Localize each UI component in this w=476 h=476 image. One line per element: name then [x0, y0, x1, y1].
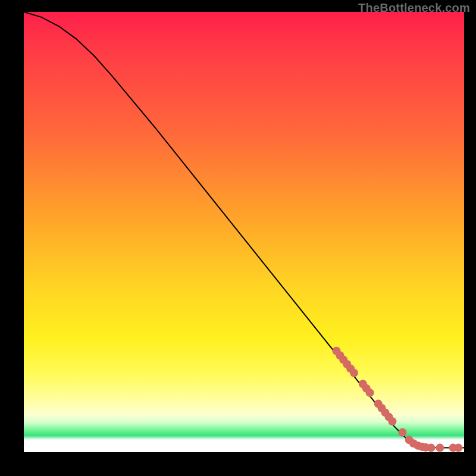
scatter-points [332, 347, 462, 452]
plot-area [24, 12, 464, 452]
chart-svg [24, 12, 464, 452]
data-point [350, 369, 358, 377]
data-point [398, 428, 406, 437]
data-point [388, 417, 396, 425]
data-point [427, 444, 436, 452]
chart-stage: TheBottleneck.com [0, 0, 476, 476]
data-point [436, 444, 444, 452]
data-point [454, 444, 462, 452]
main-curve [24, 12, 464, 448]
data-point [366, 389, 374, 397]
